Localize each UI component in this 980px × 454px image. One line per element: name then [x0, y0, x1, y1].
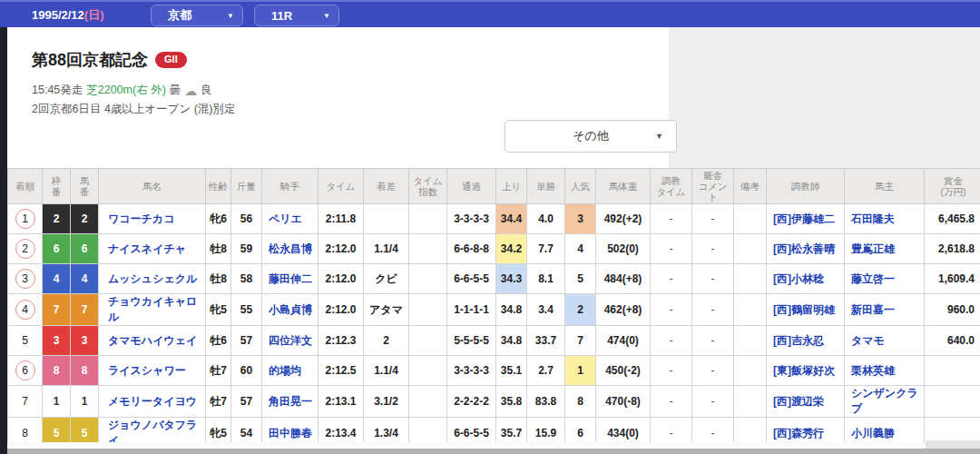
popularity: 2 [565, 294, 596, 326]
owner-link[interactable]: 石田隆夫 [851, 212, 895, 225]
win-odds: 3.4 [527, 294, 565, 326]
col-horse-name: 馬名 [99, 169, 206, 204]
owner-link[interactable]: 栗林英雄 [851, 364, 895, 377]
owner-link[interactable]: シンザンクラブ [851, 387, 918, 415]
trainer-cell: [西]松永善晴 [767, 234, 845, 264]
trainer-link[interactable]: [西]松永善晴 [773, 242, 835, 255]
remarks [734, 234, 767, 264]
sex-age: 牡8 [206, 234, 231, 264]
horse-number: 2 [71, 204, 99, 234]
owner-link[interactable]: 新田嘉一 [851, 303, 895, 316]
trainer-link[interactable]: [西]森秀行 [773, 427, 824, 439]
trainer-link[interactable]: [西]小林稔 [773, 272, 824, 285]
win-odds: 7.7 [527, 234, 565, 264]
jockey-link[interactable]: 小島貞博 [269, 303, 312, 316]
jockey-link[interactable]: 四位洋文 [269, 334, 312, 347]
left-edge-strip [0, 27, 7, 454]
finish-position: 4 [15, 300, 35, 320]
jockey-link[interactable]: ペリエ [269, 212, 302, 225]
trainer-cell: [西]伊藤雄二 [767, 204, 845, 234]
col-owner: 馬主 [845, 169, 925, 204]
trainer-link[interactable]: [東]飯塚好次 [773, 364, 835, 377]
stable-comment: - [692, 264, 734, 294]
finish-time: 2:12.5 [318, 356, 364, 386]
other-dropdown[interactable]: その他 ▼ [505, 120, 677, 153]
finish-time: 2:12.0 [318, 234, 364, 264]
jockey-link[interactable]: 松永昌博 [269, 242, 312, 255]
jockey-cell: 小島貞博 [262, 294, 318, 326]
last-3f: 34.4 [496, 204, 527, 234]
owner-link[interactable]: 豊嶌正雄 [851, 242, 895, 255]
trainer-cell: [西]吉永忍 [767, 326, 845, 356]
remarks [734, 264, 767, 294]
frame-number: 7 [43, 294, 71, 326]
last-3f: 34.2 [496, 234, 527, 264]
passing-order: 5-5-5-5 [447, 326, 496, 356]
prize: 960.0 [925, 294, 980, 326]
passing-order: 1-1-1-1 [447, 294, 496, 326]
horse-name-link[interactable]: ムッシュシェクル [108, 272, 197, 285]
margin: 1.1/4 [364, 356, 409, 386]
last-3f: 35.1 [496, 356, 527, 386]
trainer-cell: [東]飯塚好次 [767, 356, 845, 386]
jockey-link[interactable]: 藤田伸二 [269, 272, 312, 285]
prize [925, 356, 980, 386]
col-jockey: 騎手 [262, 169, 318, 204]
passing-order: 2-2-2-2 [447, 386, 496, 418]
owner-cell: 豊嶌正雄 [845, 234, 925, 264]
trainer-link[interactable]: [西]鶴留明雄 [773, 303, 835, 316]
jockey-cell: 松永昌博 [262, 234, 318, 264]
jockey-link[interactable]: 田中勝春 [269, 427, 312, 439]
horse-name-link[interactable]: チョウカイキャロル [108, 295, 197, 323]
table-bottom-gap [7, 442, 980, 449]
time-index [409, 234, 447, 264]
stable-comment: - [692, 356, 734, 386]
popularity: 1 [565, 356, 596, 386]
win-odds: 33.7 [527, 326, 565, 356]
time-index [409, 264, 447, 294]
other-dropdown-value: その他 [573, 128, 609, 144]
horizontal-scrollbar[interactable] [7, 449, 980, 454]
day-of-week: (日) [84, 8, 104, 22]
trainer-link[interactable]: [西]吉永忍 [773, 334, 824, 347]
passing-order: 3-3-3-3 [447, 204, 496, 234]
race-results-table: 着順 枠 番 馬 番 馬名 性齢 斤量 騎手 タイム 着差 タイム 指数 通過 … [7, 168, 980, 449]
popularity: 8 [565, 386, 596, 418]
owner-link[interactable]: 藤立啓一 [851, 272, 895, 285]
race-title: 第88回京都記念 [32, 49, 148, 71]
finish-position-cell: 2 [8, 234, 43, 264]
scrollbar-corner [926, 440, 980, 449]
horse-name-link[interactable]: タマモハイウェイ [108, 334, 197, 347]
horse-name-link[interactable]: メモリータイヨウ [108, 395, 197, 408]
jockey-link[interactable]: 的場均 [269, 364, 301, 377]
owner-link[interactable]: 小川義勝 [851, 427, 895, 439]
col-trainer: 調教師 [767, 169, 845, 204]
finish-position-cell: 3 [8, 264, 43, 294]
table-header-row: 着順 枠 番 馬 番 馬名 性齢 斤量 騎手 タイム 着差 タイム 指数 通過 … [8, 169, 980, 204]
time-index [409, 386, 447, 418]
horse-name-link[interactable]: ナイスネイチャ [108, 242, 186, 255]
col-time-index: タイム 指数 [409, 169, 447, 204]
sex-age: 牡7 [206, 356, 231, 386]
passing-order: 6-6-5-5 [447, 264, 496, 294]
prize: 640.0 [925, 326, 980, 356]
race-select[interactable]: 11R ▼ [254, 5, 339, 26]
race-conditions-line1: 15:45発走 芝2200m(右 外) 曇 ☁ 良 [7, 71, 669, 98]
trainer-link[interactable]: [西]伊藤雄二 [773, 212, 835, 225]
owner-link[interactable]: タマモ [851, 334, 885, 347]
time-index [409, 204, 447, 234]
horse-weight: 492(+2) [596, 204, 651, 234]
chevron-down-icon: ▼ [323, 12, 330, 20]
trainer-link[interactable]: [西]渡辺栄 [773, 395, 824, 408]
weather-label: 曇 [170, 83, 181, 98]
last-3f: 34.8 [496, 294, 527, 326]
frame-number: 8 [43, 356, 71, 386]
trainer-cell: [西]小林稔 [767, 264, 845, 294]
horse-name-link[interactable]: ライスシャワー [108, 364, 186, 377]
horse-name-link[interactable]: ワコーチカコ [108, 212, 174, 225]
carried-weight: 55 [231, 294, 262, 326]
jockey-link[interactable]: 角田晃一 [269, 395, 312, 408]
venue-select[interactable]: 京都 ▼ [151, 5, 243, 26]
carried-weight: 59 [231, 234, 262, 264]
finish-position: 7 [15, 391, 35, 411]
